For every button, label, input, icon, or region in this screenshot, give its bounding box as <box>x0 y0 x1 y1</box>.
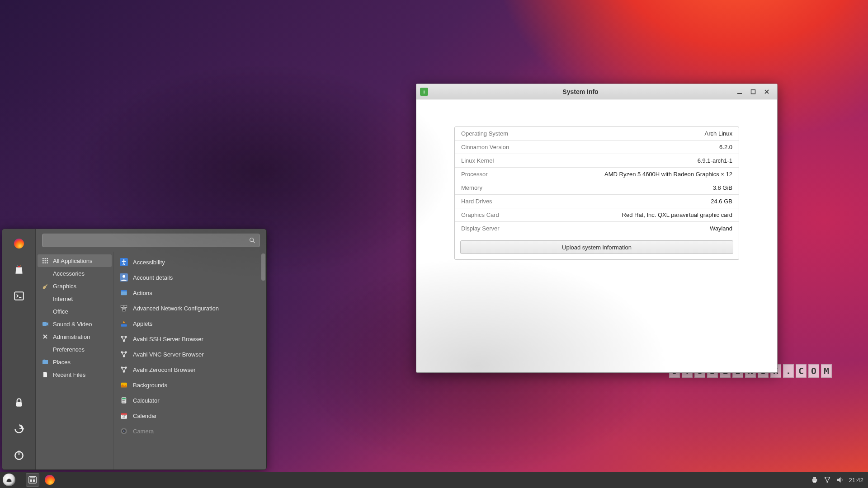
power-button[interactable] <box>9 445 29 465</box>
category-icon <box>41 269 49 277</box>
taskbar-item-files[interactable] <box>26 473 39 487</box>
category-all-applications[interactable]: All Applications <box>38 254 112 267</box>
app-icon <box>119 258 128 267</box>
app-icon <box>119 380 128 389</box>
app-actions[interactable]: Actions <box>116 285 264 300</box>
app-label: Actions <box>133 290 152 296</box>
logout-icon <box>13 423 25 435</box>
svg-rect-55 <box>33 479 35 482</box>
category-icon <box>41 358 49 366</box>
category-places[interactable]: Places <box>38 356 112 368</box>
file-manager-icon <box>28 475 38 485</box>
category-administration[interactable]: Administration <box>38 330 112 343</box>
start-button[interactable] <box>3 474 15 486</box>
app-applets[interactable]: Applets <box>116 316 264 331</box>
category-preferences[interactable]: Preferences <box>38 343 112 356</box>
svg-rect-10 <box>45 258 46 259</box>
window-minimize-button[interactable] <box>733 87 746 97</box>
system-info-label: Memory <box>461 184 482 191</box>
category-accessories[interactable]: Accessories <box>38 267 112 280</box>
lock-button[interactable] <box>9 393 29 413</box>
svg-point-43 <box>124 400 125 401</box>
svg-rect-9 <box>42 258 44 259</box>
category-icon <box>41 345 49 353</box>
svg-rect-27 <box>123 309 125 311</box>
category-list: All ApplicationsAccessoriesGraphicsInter… <box>36 252 113 469</box>
svg-rect-28 <box>121 324 127 327</box>
app-icon <box>119 334 128 343</box>
favorite-firefox[interactable] <box>9 234 29 253</box>
system-info-row: Linux Kernel6.9.1-arch1-1 <box>455 154 739 168</box>
app-icon <box>119 319 128 328</box>
category-label: All Applications <box>53 258 92 264</box>
system-info-row: Display ServerWayland <box>455 222 739 235</box>
app-camera[interactable]: Camera <box>116 423 264 439</box>
svg-rect-1 <box>751 89 755 94</box>
system-info-window: i System Info Operating SystemArch Linux… <box>416 84 778 373</box>
svg-rect-0 <box>737 93 742 94</box>
system-info-value: 6.2.0 <box>719 144 732 150</box>
window-close-button[interactable] <box>760 87 774 97</box>
logout-button[interactable] <box>9 419 29 439</box>
app-label: Camera <box>133 428 154 435</box>
category-icon <box>41 257 49 265</box>
svg-rect-54 <box>30 479 33 482</box>
category-recent-files[interactable]: Recent Files <box>38 368 112 381</box>
category-graphics[interactable]: Graphics <box>38 280 112 292</box>
app-label: Advanced Network Configuration <box>133 305 219 312</box>
tray-printer-icon[interactable] <box>811 476 819 484</box>
system-info-value: 24.6 GB <box>711 198 732 205</box>
category-sound-video[interactable]: Sound & Video <box>38 318 112 330</box>
firefox-icon <box>14 239 24 249</box>
menu-search-input[interactable] <box>46 237 246 244</box>
taskbar-item-firefox[interactable] <box>43 473 57 487</box>
system-info-label: Linux Kernel <box>461 157 494 164</box>
window-titlebar[interactable]: i System Info <box>416 84 777 99</box>
category-label: Graphics <box>53 283 76 290</box>
svg-rect-59 <box>813 481 816 483</box>
window-body: Operating SystemArch LinuxCinnamon Versi… <box>416 99 777 372</box>
window-maximize-button[interactable] <box>746 87 760 97</box>
application-list-scrollbar[interactable] <box>261 253 265 281</box>
category-icon <box>41 320 49 328</box>
tray-network-icon[interactable] <box>823 476 831 484</box>
category-internet[interactable]: Internet <box>38 292 112 305</box>
category-office[interactable]: Office <box>38 305 112 318</box>
svg-rect-18 <box>42 322 47 326</box>
app-avahi-vnc-server-browser[interactable]: Avahi VNC Server Browser <box>116 347 264 362</box>
system-info-label: Hard Drives <box>461 198 492 205</box>
menu-search[interactable] <box>42 234 260 247</box>
svg-rect-23 <box>121 291 127 295</box>
app-advanced-network-configuration[interactable]: Advanced Network Configuration <box>116 300 264 316</box>
svg-text:17: 17 <box>122 415 126 418</box>
svg-rect-15 <box>42 262 44 263</box>
favorites-column <box>2 229 36 469</box>
taskbar-separator <box>21 475 21 485</box>
system-info-label: Graphics Card <box>461 211 499 218</box>
app-account-details[interactable]: Account details <box>116 270 264 285</box>
app-avahi-ssh-server-browser[interactable]: Avahi SSH Server Browser <box>116 331 264 347</box>
taskbar-clock[interactable]: 21:42 <box>849 477 863 483</box>
svg-rect-5 <box>16 402 22 407</box>
search-icon <box>249 237 256 244</box>
svg-rect-14 <box>47 260 48 262</box>
app-accessibility[interactable]: Accessibility <box>116 254 264 270</box>
shopping-bag-icon <box>13 264 25 276</box>
app-label: Avahi Zeroconf Browser <box>133 366 196 373</box>
upload-system-info-button[interactable]: Upload system information <box>460 240 733 254</box>
tray-volume-icon[interactable] <box>836 476 844 484</box>
app-label: Backgrounds <box>133 382 167 389</box>
app-label: Avahi SSH Server Browser <box>133 336 203 343</box>
app-avahi-zeroconf-browser[interactable]: Avahi Zeroconf Browser <box>116 362 264 377</box>
favorite-software[interactable] <box>9 260 29 280</box>
svg-point-8 <box>250 238 254 242</box>
app-calculator[interactable]: Calculator <box>116 393 264 408</box>
system-info-row: Cinnamon Version6.2.0 <box>455 141 739 154</box>
svg-rect-11 <box>47 258 48 259</box>
app-calendar[interactable]: 17Calendar <box>116 408 264 423</box>
category-icon <box>41 371 49 379</box>
app-backgrounds[interactable]: Backgrounds <box>116 377 264 393</box>
application-menu: All ApplicationsAccessoriesGraphicsInter… <box>2 229 267 470</box>
favorite-terminal[interactable] <box>9 286 29 306</box>
svg-rect-4 <box>14 292 24 300</box>
